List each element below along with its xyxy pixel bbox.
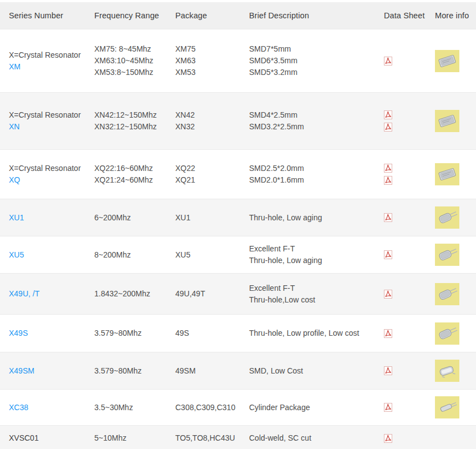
- series-prefix: X=Crystal Resonator: [9, 163, 84, 174]
- package-line: XQ22: [175, 163, 239, 174]
- cylinder-crystal-photo[interactable]: [435, 396, 459, 418]
- frequency-range-cell: XN42:12~150MhzXN32:12~150Mhz: [85, 93, 166, 150]
- series-link[interactable]: X49SM: [9, 365, 84, 377]
- brief-description-cell: SMD4*2.5mmSMD3.2*2.5mm: [240, 93, 375, 150]
- series-number-cell: X49U, /T: [0, 274, 85, 315]
- description-line: Excellent F-T: [249, 243, 374, 255]
- more-info-cell: [426, 29, 476, 93]
- data-sheet-cell: [375, 29, 426, 93]
- series-link[interactable]: XU1: [9, 212, 84, 224]
- data-sheet-cell: [375, 199, 426, 236]
- brief-description-cell: Thru-hole, Low aging: [240, 199, 375, 236]
- table-row: XU16~200MhzXU1Thru-hole, Low aging: [0, 199, 476, 236]
- package-line: TO5,TO8,HC43U: [175, 432, 239, 444]
- frequency-range-cell: 1.8432~200Mhz: [85, 274, 166, 315]
- frequency-line: 3.579~80Mhz: [94, 365, 165, 377]
- table-row: X=Crystal ResonatorXQXQ22:16~60MhzXQ21:2…: [0, 150, 476, 199]
- brief-description-cell: Cylinder Package: [240, 390, 375, 426]
- package-line: XU1: [175, 212, 239, 224]
- data-sheet-cell: [375, 236, 426, 274]
- thru-hole-crystal-photo[interactable]: [435, 283, 459, 305]
- frequency-line: 8~200Mhz: [94, 249, 165, 261]
- pdf-icon[interactable]: [384, 123, 392, 132]
- package-line: 49U,49T: [175, 288, 239, 300]
- pdf-icon[interactable]: [384, 366, 392, 375]
- smd-crystal-photo[interactable]: [435, 163, 459, 185]
- pdf-icon[interactable]: [384, 176, 392, 185]
- more-info-cell: [426, 150, 476, 199]
- thru-hole-crystal-photo[interactable]: [435, 206, 459, 229]
- frequency-line: 3.5~30Mhz: [94, 402, 165, 413]
- smd-crystal-photo[interactable]: [435, 110, 459, 132]
- description-line: SMD2.0*1.6mm: [249, 174, 374, 186]
- package-line: XN32: [175, 121, 239, 133]
- package-line: C308,C309,C310: [175, 402, 239, 413]
- series-link[interactable]: XQ: [9, 174, 84, 186]
- package-line: XM63: [175, 55, 239, 67]
- series-link[interactable]: XM: [9, 61, 84, 73]
- series-number-cell: X49SM: [0, 352, 85, 390]
- pdf-icon[interactable]: [384, 403, 392, 412]
- series-number-cell: XC38: [0, 390, 85, 426]
- brief-description-cell: SMD7*5mmSMD6*3.5mmSMD5*3.2mm: [240, 29, 375, 93]
- frequency-range-cell: XQ22:16~60MhzXQ21:24~60Mhz: [85, 150, 166, 199]
- more-info-cell: [426, 93, 476, 150]
- package-line: XN42: [175, 109, 239, 121]
- pdf-icon[interactable]: [384, 164, 392, 173]
- pdf-icon[interactable]: [384, 110, 392, 119]
- frequency-line: 5~10Mhz: [94, 432, 165, 444]
- brief-description-cell: Excellent F-TThru-hole, Low aging: [240, 236, 375, 274]
- product-series-table: Series Number Frequency Range Package Br…: [0, 2, 476, 449]
- table-row: X49U, /T1.8432~200Mhz49U,49TExcellent F-…: [0, 274, 476, 315]
- brief-description-cell: Cold-weld, SC cut: [240, 426, 375, 449]
- frequency-range-cell: 3.5~30Mhz: [85, 390, 166, 426]
- series-name: XVSC01: [9, 432, 84, 444]
- pdf-icon[interactable]: [384, 213, 392, 222]
- brief-description-cell: Thru-hole, Low profile, Low cost: [240, 315, 375, 352]
- description-line: Thru-hole, Low aging: [249, 255, 374, 266]
- package-cell: XM75XM63XM53: [166, 29, 240, 93]
- smd-crystal-photo[interactable]: [435, 50, 459, 72]
- series-link[interactable]: XU5: [9, 249, 84, 261]
- frequency-line: 1.8432~200Mhz: [94, 288, 165, 300]
- series-number-cell: XVSC01: [0, 426, 85, 449]
- pdf-icon[interactable]: [384, 329, 392, 338]
- package-cell: 49U,49T: [166, 274, 240, 315]
- package-cell: XU5: [166, 236, 240, 274]
- more-info-cell: [426, 199, 476, 236]
- frequency-line: XQ21:24~60Mhz: [94, 174, 165, 186]
- series-link[interactable]: X49U, /T: [9, 288, 84, 300]
- pdf-icon[interactable]: [384, 434, 392, 443]
- description-line: Thru-hole, Low profile, Low cost: [249, 327, 374, 339]
- more-info-cell: [426, 352, 476, 390]
- data-sheet-cell: [375, 274, 426, 315]
- frequency-range-cell: 6~200Mhz: [85, 199, 166, 236]
- description-line: SMD2.5*2.0mm: [249, 163, 374, 174]
- series-number-cell: XU1: [0, 199, 85, 236]
- frequency-range-cell: 8~200Mhz: [85, 236, 166, 274]
- col-header-brief-description: Brief Description: [240, 2, 375, 29]
- thru-hole-crystal-photo[interactable]: [435, 244, 459, 266]
- package-line: XQ21: [175, 174, 239, 186]
- data-sheet-cell: [375, 93, 426, 150]
- pdf-icon[interactable]: [384, 250, 392, 259]
- package-cell: XN42XN32: [166, 93, 240, 150]
- description-line: Thru-hole,Low cost: [249, 294, 374, 306]
- table-row: X=Crystal ResonatorXNXN42:12~150MhzXN32:…: [0, 93, 476, 150]
- more-info-cell: [426, 426, 476, 449]
- table-row: XC383.5~30MhzC308,C309,C310Cylinder Pack…: [0, 390, 476, 426]
- table-row: X=Crystal ResonatorXMXM75: 8~45MhzXM63:1…: [0, 29, 476, 93]
- smd-metal-crystal-photo[interactable]: [435, 360, 459, 382]
- series-link[interactable]: XN: [9, 121, 84, 133]
- series-number-cell: X=Crystal ResonatorXN: [0, 93, 85, 150]
- frequency-line: XM53:8~150Mhz: [94, 67, 165, 78]
- description-line: SMD3.2*2.5mm: [249, 121, 374, 133]
- thru-hole-crystal-photo[interactable]: [435, 322, 459, 345]
- frequency-line: XM63:10~45Mhz: [94, 55, 165, 67]
- pdf-icon[interactable]: [384, 290, 392, 299]
- series-link[interactable]: X49S: [9, 327, 84, 339]
- pdf-icon[interactable]: [384, 57, 392, 65]
- description-line: SMD6*3.5mm: [249, 55, 374, 67]
- series-link[interactable]: XC38: [9, 402, 84, 413]
- data-sheet-cell: [375, 426, 426, 449]
